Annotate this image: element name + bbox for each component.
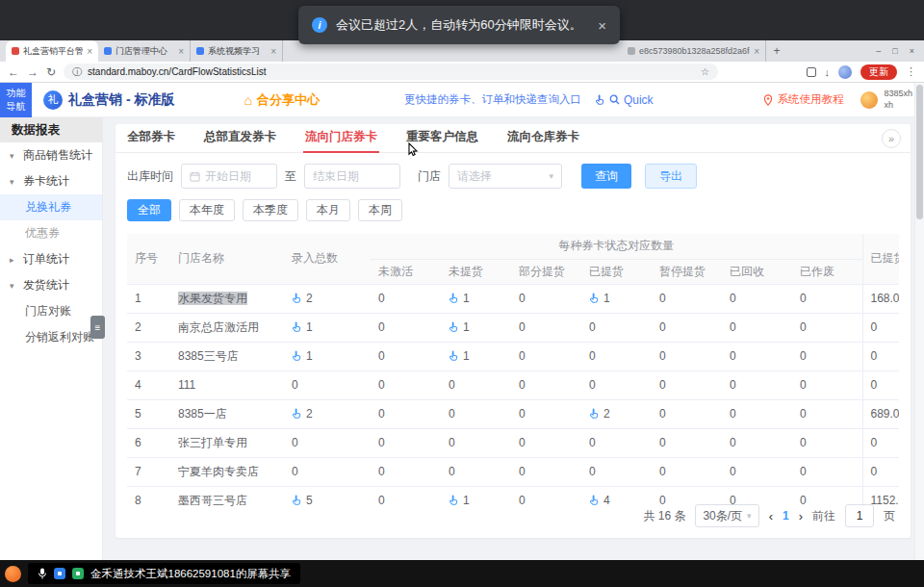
next-page-icon[interactable]: › [799,509,803,523]
tab-close-icon[interactable]: × [87,46,92,57]
sidebar-item[interactable]: 分销返利对账 [0,324,102,350]
column-header: 已作废 [792,259,862,284]
hand-pointer-icon[interactable] [589,408,600,419]
hand-pointer-icon[interactable] [292,408,302,419]
content-tab[interactable]: 流向门店券卡 [303,121,379,152]
hand-pointer-icon[interactable] [292,321,302,332]
bookmark-star-icon[interactable]: ☆ [701,66,709,77]
cell-count: 0 [722,284,792,313]
quick-range-pill[interactable]: 全部 [127,199,171,221]
screen: 礼盒营销平台管理中心×门店管理中心×系统视频学习×e8c573980b1328a… [0,0,924,587]
chevron-down-icon: ▾ [10,151,18,161]
sidebar-group[interactable]: ▾发货统计 [0,272,102,298]
sidebar-group-label: 发货统计 [23,277,69,294]
downloads-icon[interactable]: ↓ [825,66,831,78]
tab-favicon-icon [104,47,112,55]
address-bar[interactable]: ⓘ standard.maboy.cn/CardFlowStatisticsLi… [64,64,718,80]
sidebar-group[interactable]: ▾商品销售统计 [0,142,102,168]
browser-tab[interactable]: e8c573980b1328a258fd2a6fd× [622,40,766,62]
cell-count: 0 [722,370,792,399]
search-button[interactable]: 查询 [581,164,631,189]
page-size-select[interactable]: 30条/页 ▾ [695,504,758,527]
hand-pointer-icon[interactable] [292,495,302,505]
site-info-icon[interactable]: ⓘ [72,65,82,79]
share-center-link[interactable]: ⌂ 合分享中心 [244,91,319,109]
cell-count: 0 [652,457,722,486]
sidebar-item[interactable]: 优惠券 [0,220,102,246]
browser-update-button[interactable]: 更新 [860,64,897,80]
house-icon: ⌂ [244,93,251,107]
table-row: 1水果发货专用20101000168.00 [127,284,899,313]
store-name-text: 张三打单专用 [178,436,247,449]
minimize-icon[interactable]: – [876,46,881,56]
cell-count: 0 [792,370,862,399]
browser-menu-icon[interactable]: ⋮ [906,65,916,78]
browser-profile-avatar[interactable] [838,65,852,79]
hand-pointer-icon[interactable] [449,495,459,505]
column-header: 未提货 [441,259,511,284]
sidebar-item[interactable]: 门店对账 [0,298,102,324]
tutorial-link[interactable]: 系统使用教程 [763,92,843,107]
banner-close-icon[interactable]: × [598,17,606,34]
hand-pointer-icon[interactable] [292,350,302,361]
browser-tab[interactable]: 门店管理中心× [98,40,191,62]
tab-close-icon[interactable]: × [754,46,759,57]
forward-icon[interactable]: → [27,66,38,78]
window-controls: – □ × [876,40,924,62]
tab-favicon-icon [12,47,19,55]
sidebar-group[interactable]: ▾券卡统计 [0,168,102,194]
function-nav-button[interactable]: 功能 导航 [0,83,32,117]
hand-pointer-icon[interactable] [449,293,459,303]
store-select[interactable]: 请选择 ▾ [449,164,562,189]
browser-tab[interactable]: 系统视频学习× [191,40,283,62]
prev-page-icon[interactable]: ‹ [769,509,773,523]
quick-range-pill[interactable]: 本周 [358,199,402,221]
hand-pointer-icon[interactable] [449,350,459,361]
back-icon[interactable]: ← [8,66,19,78]
report-card: 全部券卡总部直发券卡流向门店券卡重要客户信息流向仓库券卡 » 出库时间 开始日期… [116,124,911,538]
share-app-icon[interactable] [54,568,65,579]
hand-pointer-icon[interactable] [292,293,302,303]
hand-pointer-icon[interactable] [449,321,459,332]
new-tab-button[interactable]: + [766,40,787,62]
cell-count: 1 [441,313,511,342]
quick-range-pill[interactable]: 本季度 [243,199,298,221]
quick-range-pill[interactable]: 本年度 [179,199,235,221]
store-name-text: 南京总店激活用 [178,320,259,334]
user-menu[interactable]: 8385xh xh [860,89,912,111]
quick-search-link[interactable]: Quick [595,93,654,107]
hand-pointer-icon[interactable] [589,495,600,505]
store-name-text: 水果发货专用 [178,292,247,305]
hand-pointer-icon[interactable] [589,293,600,303]
close-window-icon[interactable]: × [910,46,914,56]
page-number-button[interactable]: 1 [783,509,789,523]
goto-page-input[interactable]: 1 [845,504,874,527]
microphone-icon[interactable] [38,568,47,580]
start-date-input[interactable]: 开始日期 [181,164,277,189]
content-tab[interactable]: 总部直发券卡 [202,121,278,152]
cell-count: 0 [652,428,722,457]
scrollbar-thumb[interactable] [916,85,923,219]
vertical-scrollbar[interactable] [914,83,924,560]
sidebar-group[interactable]: ▸订单统计 [0,246,102,272]
cell-amount: 0 [862,342,899,370]
store-select-placeholder: 请选择 [457,168,492,185]
reload-icon[interactable]: ↻ [46,66,56,78]
tab-close-icon[interactable]: × [178,46,184,57]
content-tab[interactable]: 流向仓库券卡 [505,121,581,152]
cell-count: 0 [792,313,862,342]
quick-range-pill[interactable]: 本月 [306,199,350,221]
export-button[interactable]: 导出 [645,164,697,189]
end-date-input[interactable]: 结束日期 [304,164,400,189]
extensions-icon[interactable] [807,67,816,77]
sidebar-resize-handle[interactable]: ≡ [90,316,105,339]
maximize-icon[interactable]: □ [892,46,897,56]
screen-share-pill: 金禾通技术王斌18662591081的屏幕共享 [28,563,300,584]
share-status-icon[interactable] [72,568,84,579]
tab-close-icon[interactable]: × [270,46,276,57]
collapse-panel-icon[interactable]: » [882,129,901,148]
cell-index: 7 [127,457,170,486]
browser-tab[interactable]: 礼盒营销平台管理中心× [6,40,98,62]
content-tab[interactable]: 全部券卡 [125,121,177,152]
sidebar-item[interactable]: 兑换礼券 [0,194,102,220]
